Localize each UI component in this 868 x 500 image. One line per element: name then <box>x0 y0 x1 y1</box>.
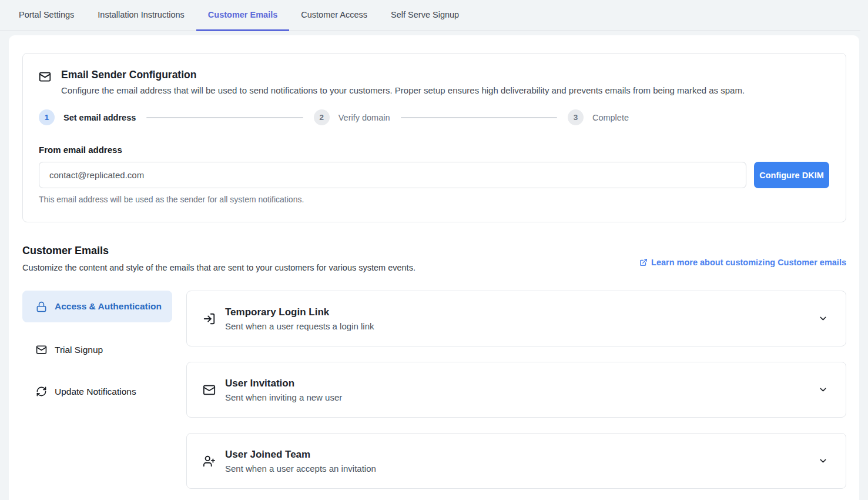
chevron-down-icon[interactable] <box>818 314 828 324</box>
sidebar-item-update-notifications[interactable]: Update Notifications <box>22 378 172 405</box>
email-template-list: Temporary Login Link Sent when a user re… <box>186 291 846 489</box>
email-sender-configuration-card: Email Sender Configuration Configure the… <box>22 53 846 222</box>
customer-emails-description: Customize the content and style of the e… <box>22 263 415 272</box>
sender-card-title: Email Sender Configuration <box>61 69 745 81</box>
email-card-user-joined-team[interactable]: User Joined Team Sent when a user accept… <box>186 433 846 489</box>
step-label: Set email address <box>63 113 136 122</box>
user-plus-icon <box>203 455 216 468</box>
email-setup-stepper: 1 Set email address 2 Verify domain 3 Co… <box>39 109 629 125</box>
customer-emails-heading: Customer Emails <box>22 245 415 257</box>
tab-customer-access[interactable]: Customer Access <box>289 0 379 31</box>
email-card-subtitle: Sent when a user accepts an invitation <box>225 464 818 474</box>
sidebar-item-access-authentication[interactable]: Access & Authentication <box>22 291 172 322</box>
sidebar-item-label: Update Notifications <box>55 386 136 397</box>
email-card-temporary-login-link[interactable]: Temporary Login Link Sent when a user re… <box>186 291 846 346</box>
sidebar-item-trial-signup[interactable]: Trial Signup <box>22 336 172 364</box>
from-email-label: From email address <box>39 145 829 155</box>
email-card-title: Temporary Login Link <box>225 306 818 318</box>
tab-self-serve-signup[interactable]: Self Serve Signup <box>379 0 471 31</box>
step-set-email-address: 1 Set email address <box>39 109 136 125</box>
email-card-title: User Joined Team <box>225 449 818 461</box>
email-card-subtitle: Sent when inviting a new user <box>225 392 818 402</box>
mail-icon <box>36 344 47 355</box>
tab-customer-emails[interactable]: Customer Emails <box>196 0 289 31</box>
mail-icon <box>203 384 216 396</box>
external-link-icon <box>639 258 648 266</box>
step-number: 1 <box>39 109 55 125</box>
step-number: 2 <box>314 109 330 125</box>
from-email-helper-text: This email address will be used as the s… <box>39 195 829 204</box>
login-icon <box>203 312 216 325</box>
sidebar-item-label: Trial Signup <box>55 345 103 355</box>
configure-dkim-button[interactable]: Configure DKIM <box>754 162 829 188</box>
tab-portal-settings[interactable]: Portal Settings <box>7 0 86 31</box>
chevron-down-icon[interactable] <box>818 456 828 466</box>
mail-icon <box>39 71 51 83</box>
learn-more-label: Learn more about customizing Customer em… <box>651 258 846 267</box>
settings-tabbar: Portal Settings Installation Instruction… <box>0 0 860 31</box>
email-card-title: User Invitation <box>225 378 818 389</box>
step-complete: 3 Complete <box>568 109 629 125</box>
step-number: 3 <box>568 109 584 125</box>
learn-more-link[interactable]: Learn more about customizing Customer em… <box>639 252 846 272</box>
chevron-down-icon[interactable] <box>818 385 828 395</box>
refresh-icon <box>36 386 47 397</box>
sender-card-description: Configure the email address that will be… <box>61 85 745 95</box>
tab-installation-instructions[interactable]: Installation Instructions <box>86 0 196 31</box>
step-verify-domain: 2 Verify domain <box>314 109 390 125</box>
email-card-user-invitation[interactable]: User Invitation Sent when inviting a new… <box>186 362 846 418</box>
step-connector <box>146 117 303 118</box>
step-connector <box>401 117 557 118</box>
step-label: Verify domain <box>339 113 390 122</box>
email-card-subtitle: Sent when a user requests a login link <box>225 321 818 331</box>
from-email-input[interactable] <box>39 162 746 188</box>
lock-icon <box>36 301 47 312</box>
email-category-nav: Access & Authentication Trial Signup Upd… <box>22 291 172 489</box>
step-label: Complete <box>592 113 629 122</box>
customer-emails-panel: Email Sender Configuration Configure the… <box>9 35 859 500</box>
sidebar-item-label: Access & Authentication <box>55 299 162 314</box>
